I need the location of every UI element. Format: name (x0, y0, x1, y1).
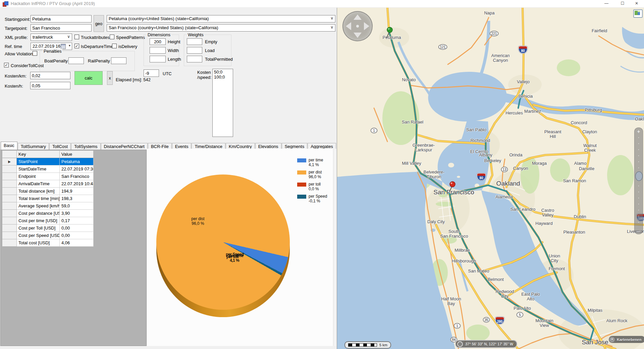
row-selector-cell[interactable] (2, 180, 17, 188)
chart-scrollbar[interactable] (333, 149, 337, 346)
height-input[interactable] (150, 38, 166, 45)
length-input[interactable] (150, 56, 166, 62)
minimize-button[interactable]: — (599, 0, 614, 7)
grid-header-value[interactable]: Value (60, 151, 94, 158)
startingpoint-input[interactable] (31, 15, 92, 22)
table-row[interactable]: Total cost [USD]4,06 (2, 239, 94, 247)
kosten-speed-textarea[interactable] (212, 69, 233, 137)
value-cell[interactable]: 0,17 (60, 217, 94, 225)
key-cell[interactable]: ArrivalDateTime (17, 180, 60, 188)
boatpenalty-input[interactable] (68, 57, 84, 64)
row-selector-cell[interactable] (2, 210, 17, 217)
tab-tollsummary[interactable]: TollSummary (18, 143, 49, 150)
utc-input[interactable] (144, 69, 159, 77)
maximize-button[interactable]: ☐ (615, 0, 630, 7)
speedpatterns-checkbox[interactable] (110, 35, 114, 39)
zoom-in-icon[interactable]: + (635, 129, 643, 134)
table-row[interactable]: Cost per time [USD]0,17 (2, 217, 94, 225)
zoom-slider-thumb[interactable] (635, 171, 643, 181)
target-geocode-combo[interactable]: San Francisco (country=United States) (s… (107, 24, 335, 32)
destination-pin[interactable] (446, 179, 458, 194)
pan-left-icon[interactable] (346, 22, 351, 30)
table-row[interactable]: Cost per distance [USD]3,90 (2, 210, 94, 217)
map-view[interactable]: NapaFairfieldPetalumaAmerican CanyonNova… (337, 7, 644, 349)
value-cell[interactable]: 0,00 (60, 232, 94, 239)
key-cell[interactable]: Total cost [USD] (17, 239, 60, 247)
map-zoom-slider[interactable]: + — (634, 128, 643, 234)
load-input[interactable] (187, 47, 202, 54)
pan-right-icon[interactable] (364, 22, 369, 30)
start-geocode-combo[interactable]: Petaluma (country=United States) (state=… (107, 15, 335, 22)
table-row[interactable]: ▶StartPointPetaluma (2, 158, 94, 165)
key-cell[interactable]: Cost per Toll [USD] (17, 225, 60, 232)
value-cell[interactable]: 22.07.2019 07:30 (60, 165, 94, 173)
considertollcost-checkbox[interactable]: ✓ (4, 63, 9, 67)
key-cell[interactable]: Cost per Speed [USD] (17, 232, 60, 239)
pan-down-icon[interactable] (354, 33, 362, 38)
row-selector-cell[interactable] (2, 173, 17, 180)
targetpoint-input[interactable] (31, 24, 92, 32)
row-selector-cell[interactable] (2, 232, 17, 239)
empty-input[interactable] (187, 38, 202, 45)
value-cell[interactable]: San Francisco (60, 173, 94, 180)
table-row[interactable]: Average Speed [km/h]59,0 (2, 202, 94, 210)
value-cell[interactable]: 22.07.2019 10:48 (60, 180, 94, 188)
row-selector-cell[interactable] (2, 195, 17, 202)
value-cell[interactable]: 198,3 (60, 195, 94, 202)
table-row[interactable]: StartDateTime22.07.2019 07:30 (2, 165, 94, 173)
width-input[interactable] (150, 47, 166, 54)
key-cell[interactable]: Cost per time [USD] (17, 217, 60, 225)
key-cell[interactable]: Endpoint (17, 173, 60, 180)
row-selector-cell[interactable] (2, 188, 17, 195)
row-selector-cell[interactable]: ▶ (2, 158, 17, 165)
value-cell[interactable]: 194,9 (60, 188, 94, 195)
row-selector-cell[interactable] (2, 225, 17, 232)
kosten-km-input[interactable] (30, 72, 70, 79)
grid-header-key[interactable]: Key (17, 151, 60, 158)
table-row[interactable]: Cost per Toll [USD]0,00 (2, 225, 94, 232)
key-cell[interactable]: StartDateTime (17, 165, 60, 173)
pan-up-icon[interactable] (354, 14, 362, 20)
value-cell[interactable]: Petaluma (60, 158, 94, 165)
value-cell[interactable]: 0,00 (60, 225, 94, 232)
value-cell[interactable]: 59,0 (60, 202, 94, 210)
tab-basic[interactable]: Basic (1, 142, 17, 150)
table-row[interactable]: ArrivalDateTime22.07.2019 10:48 (2, 180, 94, 188)
tab-distanceperncchart[interactable]: DistancePerNCChart (101, 143, 148, 150)
key-cell[interactable]: Cost per distance [USD] (17, 210, 60, 217)
isdeparturetime-checkbox[interactable]: ✓ (74, 44, 79, 48)
table-row[interactable]: EndpointSan Francisco (2, 173, 94, 180)
calc-button[interactable]: calc (74, 71, 103, 85)
value-cell[interactable]: 3,90 (60, 210, 94, 217)
railpenalty-input[interactable] (111, 57, 126, 64)
totalpermitted-input[interactable] (187, 56, 202, 62)
map-tiles-icon[interactable] (633, 9, 643, 18)
start-pin[interactable] (383, 25, 395, 40)
truckattributes-checkbox[interactable] (74, 35, 79, 39)
row-selector-cell[interactable] (2, 165, 17, 173)
table-row[interactable]: Total distance [km]194,9 (2, 188, 94, 195)
map-layers-button[interactable]: ▼ Kartenebenen (609, 336, 644, 343)
zoom-out-icon[interactable]: — (635, 229, 643, 233)
key-cell[interactable]: StartPoint (17, 158, 60, 165)
row-selector-cell[interactable] (2, 202, 17, 210)
table-row[interactable]: Cost per Speed [USD]0,00 (2, 232, 94, 239)
x-button[interactable]: x (107, 71, 113, 85)
key-cell[interactable]: Average Speed [km/h] (17, 202, 60, 210)
key-cell[interactable]: Total travel time [min] (17, 195, 60, 202)
pan-center-dot[interactable] (356, 25, 359, 28)
row-selector-cell[interactable] (2, 239, 17, 247)
value-cell[interactable]: 4,06 (60, 239, 94, 247)
key-cell[interactable]: Total distance [km] (17, 188, 60, 195)
tab-tollcost[interactable]: TollCost (49, 143, 71, 150)
kosten-h-input[interactable] (30, 82, 70, 89)
close-button[interactable]: ✕ (629, 0, 644, 7)
map-pan-control[interactable] (342, 11, 373, 41)
xml-profile-combo[interactable]: trailertruck ∨ (31, 34, 72, 41)
isdelivery-checkbox[interactable] (112, 44, 117, 48)
geo-button[interactable]: geo (94, 15, 104, 32)
row-selector-cell[interactable] (2, 217, 17, 225)
tab-tollsystems[interactable]: TollSystems (71, 143, 100, 150)
allow-violations-checkbox[interactable] (33, 51, 37, 56)
table-row[interactable]: Total travel time [min]198,3 (2, 195, 94, 202)
